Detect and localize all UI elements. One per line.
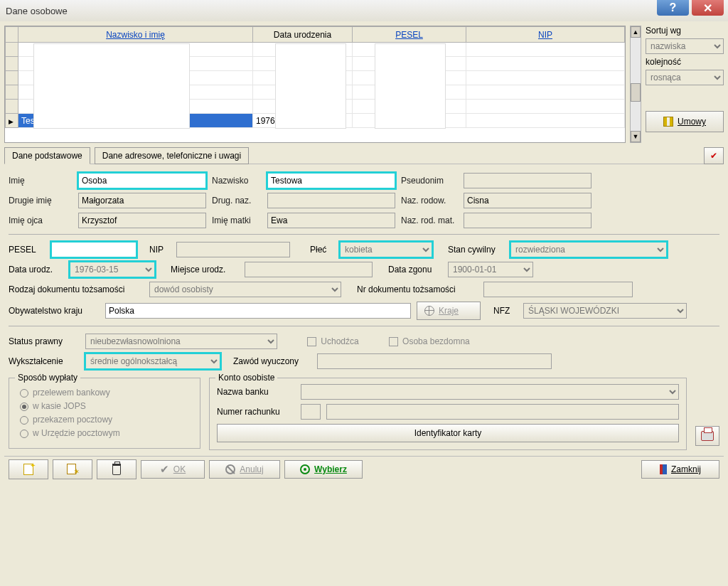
umowy-label: Umowy [678,117,706,127]
lbl-miejsce: Miejsce urodz. [171,265,239,275]
nip-field[interactable] [176,242,290,257]
pay-kasa-radio[interactable] [20,403,28,411]
lbl-nip: NIP [149,245,171,255]
imiematki-field[interactable] [267,213,395,228]
umowy-button[interactable]: Umowy [646,111,724,132]
scroll-thumb[interactable] [631,83,641,102]
wybierz-button[interactable]: Wybierz [284,460,363,479]
door-icon [660,464,667,474]
lbl-bezdomna: Osoba bezdomna [402,336,470,346]
pay-bank-radio[interactable] [20,389,28,398]
print-button[interactable] [695,426,719,446]
scroll-up-icon[interactable]: ▲ [631,26,641,38]
grid-scrollbar[interactable]: ▲ ▼ [630,26,641,143]
sort-order-select[interactable]: rosnąca [646,70,724,85]
col-dob[interactable]: Data urodzenia [253,27,353,43]
ok-button[interactable]: ✔ OK [141,460,205,479]
lbl-obyw: Obywatelstwo kraju [9,306,100,316]
nfz-select[interactable]: ŚLĄSKI WOJEWÓDZKI [523,303,687,319]
grid-overlay [33,43,190,129]
copy-doc-icon [67,464,78,475]
wykszt-select[interactable]: średnie ogólnokształcą [85,353,220,369]
lbl-imieojca: Imię ojca [9,215,73,225]
close-icon: ✕ [703,1,712,15]
idkarty-label: Identyfikator karty [414,428,482,438]
pay-przekaz-label: przekazem pocztowy [33,415,112,425]
lbl-stan: Stan cywilny [448,245,505,255]
validate-button[interactable]: ✔ [704,147,724,164]
lbl-plec: Płeć [310,245,334,255]
imie-field[interactable] [78,173,206,188]
obyw-field[interactable] [105,303,411,319]
pesel-field[interactable] [51,242,136,257]
sort-by-label: Sortuj wg [646,26,724,36]
datazgonu-picker[interactable]: 1900-01-01 [448,262,533,277]
lbl-imie: Imię [9,176,73,186]
copy-button[interactable] [53,459,92,479]
window-title: Dane osobowe [6,6,68,16]
lbl-dataurodz: Data urodz. [9,265,64,275]
zamknij-button[interactable]: Zamknij [641,460,719,479]
lbl-uchodzca: Uchodźca [321,336,358,346]
nr-seg2[interactable] [326,404,679,420]
zamknij-label: Zamknij [671,464,701,474]
nrdok-field[interactable] [483,282,633,297]
account-legend: Konto osobiste [215,373,277,383]
bezdomna-checkbox[interactable] [389,337,398,346]
drugie-imie-field[interactable] [78,193,206,208]
nazrodmat-field[interactable] [464,213,592,228]
miejsce-field[interactable] [245,262,373,277]
help-button[interactable]: ? [657,0,689,16]
uchodzca-checkbox[interactable] [307,337,316,346]
drugnaz-field[interactable] [267,193,395,208]
bank-select[interactable] [301,384,679,400]
lbl-wykszt: Wykształcenie [9,356,80,366]
anuluj-button[interactable]: Anuluj [209,460,280,479]
pay-urzad-label: w Urzędzie pocztowym [33,428,120,438]
dataurodz-picker[interactable]: 1976-03-15 [70,262,155,277]
lbl-drugie: Drugie imię [9,196,73,206]
col-name[interactable]: Nazwisko i imię [18,27,253,43]
persons-grid[interactable]: Nazwisko i imię Data urodzenia PESEL NIP… [4,26,626,143]
payment-legend: Sposób wypłaty [15,373,80,383]
nazwisko-field[interactable] [267,173,395,188]
imieojca-field[interactable] [78,213,206,228]
cancel-icon [225,464,235,474]
col-pesel[interactable]: PESEL [353,27,466,43]
col-nip[interactable]: NIP [466,27,625,43]
check-icon: ✔ [160,463,169,476]
tab-basic[interactable]: Dane podstawowe [4,147,90,164]
target-icon [300,464,310,474]
row-indicator-icon [6,114,18,128]
scroll-down-icon[interactable]: ▼ [631,131,641,142]
ok-label: OK [173,464,186,474]
stan-select[interactable]: rozwiedziona [510,242,667,257]
zawod-field[interactable] [317,353,552,369]
rodzdok-select[interactable]: dowód osobisty [149,282,341,297]
lbl-nazwisko: Nazwisko [212,176,262,186]
tab-address[interactable]: Dane adresowe, telefoniczne i uwagi [95,147,249,164]
sort-order-label: kolejność [646,57,724,67]
printer-icon [701,431,714,441]
idkarty-button[interactable]: Identyfikator karty [217,424,679,442]
status-select[interactable]: nieubezwłasnowolniona [85,334,277,349]
lbl-nrdok: Nr dokumentu tożsamości [357,284,478,294]
sort-by-select[interactable]: nazwiska [646,38,724,54]
lbl-drugnaz: Drug. naz. [212,196,262,206]
nr-seg1[interactable] [301,404,321,420]
pseudonim-field[interactable] [464,173,592,188]
nazrodow-field[interactable] [464,193,592,208]
checkmark-icon: ✔ [710,151,717,161]
pay-urzad-radio[interactable] [20,430,28,438]
delete-button[interactable] [97,459,136,479]
lbl-status: Status prawny [9,336,80,346]
plec-select[interactable]: kobieta [340,242,432,257]
new-button[interactable] [9,459,48,479]
pay-bank-label: przelewem bankowy [33,388,110,398]
close-button[interactable]: ✕ [692,0,724,16]
trash-icon [112,464,121,475]
kraje-button[interactable]: Kraje [417,302,481,320]
grid-corner [6,27,18,43]
pay-przekaz-radio[interactable] [20,416,28,425]
help-icon: ? [670,1,677,14]
